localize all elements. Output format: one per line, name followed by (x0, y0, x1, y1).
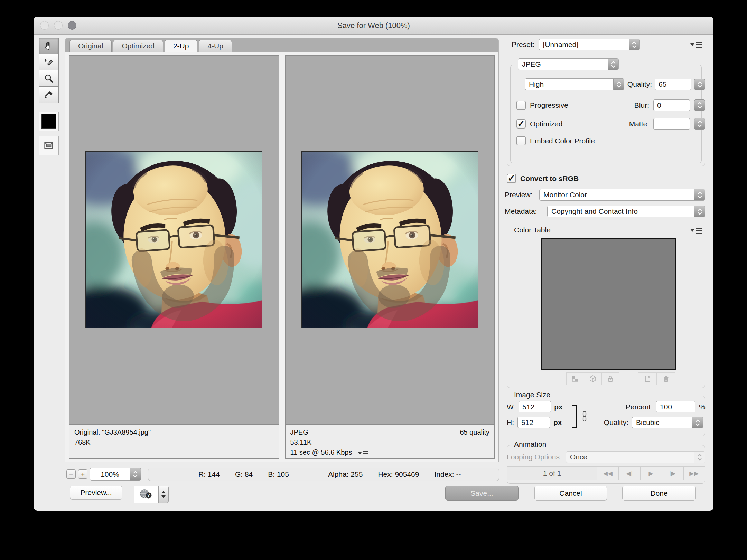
cancel-button[interactable]: Cancel (534, 486, 607, 501)
eyedropper-color-swatch[interactable] (39, 112, 59, 131)
dimension-link-bracket (572, 405, 577, 428)
cube-icon (589, 374, 597, 383)
resample-quality-label: Quality: (594, 418, 628, 427)
blur-label: Blur: (634, 101, 649, 110)
optimized-pane[interactable]: JPEG 65 quality 53.11K 11 sec @ 56.6 Kbp… (285, 55, 495, 459)
optimized-format: JPEG (290, 427, 308, 437)
color-swatch-black (41, 114, 56, 129)
compression-value: High (529, 80, 544, 88)
convert-srgb-row: ✓ Convert to sRGB (507, 174, 579, 183)
select-browser-button[interactable]: ? (134, 486, 158, 503)
play-button[interactable]: ▶ (640, 466, 662, 480)
zoom-tool-button[interactable] (39, 70, 59, 87)
readout-divider (315, 470, 315, 478)
width-value: 512 (522, 403, 534, 411)
save-button[interactable]: Save... (445, 486, 519, 501)
map-transparency-button[interactable] (566, 372, 584, 385)
web-shift-button[interactable] (584, 372, 602, 385)
width-field[interactable]: 512 (519, 401, 551, 412)
original-pane[interactable]: Original: "GJ3A8954.jpg" 768K (69, 55, 279, 459)
download-speed-menu-icon[interactable] (358, 451, 368, 456)
matte-field[interactable] (653, 118, 690, 130)
percent-row: Percent: 100 % (618, 401, 706, 412)
blur-stepper[interactable] (694, 99, 705, 111)
check-icon: ✓ (517, 119, 525, 129)
percent-field[interactable]: 100 (656, 401, 695, 412)
tab-original[interactable]: Original (69, 40, 112, 52)
lock-icon (606, 374, 615, 383)
metadata-select[interactable]: Copyright and Contact Info (547, 206, 705, 217)
optimized-filesize: 53.11K (290, 437, 490, 447)
browser-list-stepper[interactable] (158, 486, 169, 503)
preview-image-optimized[interactable] (301, 151, 478, 328)
embed-profile-row: Embed Color Profile (516, 136, 595, 145)
progressive-checkbox[interactable] (516, 101, 526, 110)
metadata-value: Copyright and Contact Info (551, 207, 638, 216)
zoom-level-field[interactable]: 100% (90, 468, 130, 481)
hand-tool-button[interactable] (39, 38, 59, 54)
check-icon: ✓ (507, 174, 515, 183)
trash-icon (662, 374, 670, 383)
width-unit: px (554, 403, 563, 411)
next-frame-button[interactable]: |▶ (662, 466, 683, 480)
original-filename: Original: "GJ3A8954.jpg" (74, 427, 274, 437)
zoom-level-stepper[interactable] (130, 468, 141, 481)
dropdown-stepper-icon (608, 59, 618, 70)
height-unit: px (553, 418, 562, 427)
optimized-info-strip: JPEG 65 quality 53.11K 11 sec @ 56.6 Kbp… (286, 424, 495, 458)
matte-stepper[interactable] (694, 118, 705, 130)
zoom-in-button[interactable]: + (78, 469, 87, 479)
previous-frame-button[interactable]: ◀| (618, 466, 640, 480)
color-table-grid[interactable] (541, 238, 676, 370)
slice-select-tool-button[interactable] (39, 54, 59, 70)
hand-icon (44, 41, 54, 51)
zoom-control: − + 100% (66, 468, 141, 481)
original-filesize: 768K (74, 437, 274, 447)
looping-options-value: Once (570, 453, 587, 461)
format-select[interactable]: JPEG (518, 58, 619, 70)
last-frame-button[interactable]: ▶▶ (683, 466, 705, 480)
new-color-button[interactable] (638, 372, 657, 385)
preset-menu-icon[interactable] (688, 41, 705, 48)
height-field[interactable]: 512 (517, 417, 550, 428)
resample-quality-select[interactable]: Bicubic (632, 417, 703, 428)
quality-stepper[interactable] (694, 79, 705, 90)
optimized-canvas[interactable] (286, 56, 495, 424)
preview-area: Original Optimized 2-Up 4-Up Original: "… (65, 38, 499, 462)
original-canvas[interactable] (69, 56, 279, 424)
lock-color-button[interactable] (601, 372, 619, 385)
metadata-row: Metadata: Copyright and Contact Info (505, 206, 705, 217)
tab-4up[interactable]: 4-Up (199, 40, 232, 52)
browser-globe-icon: ? (138, 488, 154, 500)
eyedropper-tool-button[interactable] (39, 86, 59, 103)
toggle-slices-button[interactable] (39, 136, 59, 155)
quality-field[interactable]: 65 (655, 79, 691, 90)
preview-in-browser-button[interactable]: Preview... (70, 486, 122, 500)
blur-field[interactable]: 0 (653, 99, 690, 111)
tab-optimized[interactable]: Optimized (113, 40, 163, 52)
preview-mode-select[interactable]: Monitor Color (539, 189, 705, 201)
matte-label: Matte: (629, 120, 649, 128)
optimized-checkbox[interactable]: ✓ (516, 119, 526, 129)
height-label: H: (507, 418, 514, 427)
color-table-menu-icon[interactable] (688, 227, 705, 234)
done-button[interactable]: Done (622, 486, 696, 501)
preset-select[interactable]: [Unnamed] (539, 39, 640, 50)
svg-text:?: ? (147, 493, 150, 498)
quality-label: Quality: (627, 80, 652, 88)
embed-profile-checkbox[interactable] (516, 136, 526, 145)
embed-profile-label: Embed Color Profile (530, 137, 595, 145)
tab-2up[interactable]: 2-Up (165, 40, 198, 52)
chain-link-icon (580, 410, 589, 422)
readout-blue: B: 105 (268, 470, 289, 478)
delete-color-button[interactable] (656, 372, 675, 385)
preview-image-original[interactable] (85, 151, 262, 328)
compression-select[interactable]: High (525, 78, 624, 90)
readout-green: G: 84 (235, 470, 253, 478)
zoom-out-button[interactable]: − (66, 469, 76, 479)
convert-srgb-checkbox[interactable]: ✓ (507, 174, 516, 183)
stepper-down-icon (161, 495, 166, 498)
color-readout-bar: R: 144 G: 84 B: 105 Alpha: 255 Hex: 9054… (148, 468, 499, 481)
first-frame-button[interactable]: ◀◀ (597, 466, 619, 480)
resample-quality-value: Bicubic (636, 418, 660, 427)
